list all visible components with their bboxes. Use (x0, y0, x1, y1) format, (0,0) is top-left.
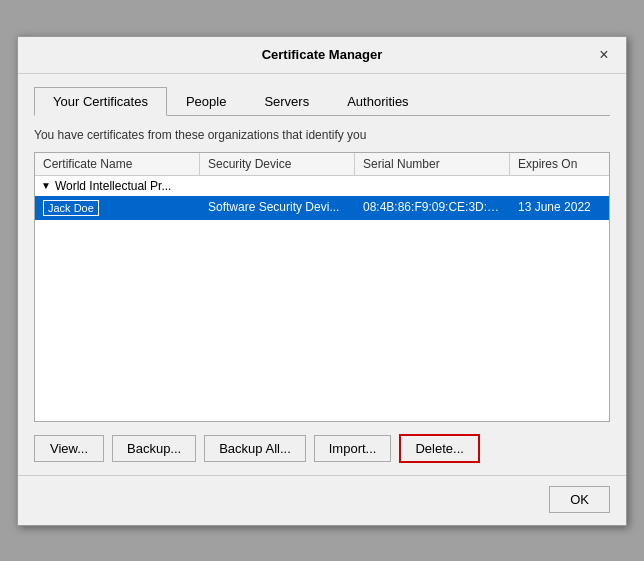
col-header-security-device: Security Device (200, 153, 355, 175)
col-header-cert-name: Certificate Name (35, 153, 200, 175)
group-name: World Intellectual Pr... (55, 179, 172, 193)
ok-row: OK (18, 475, 626, 525)
tab-your-certificates[interactable]: Your Certificates (34, 87, 167, 116)
ok-button[interactable]: OK (549, 486, 610, 513)
backup-all-button[interactable]: Backup All... (204, 435, 306, 462)
view-button[interactable]: View... (34, 435, 104, 462)
import-button[interactable]: Import... (314, 435, 392, 462)
tab-servers[interactable]: Servers (245, 87, 328, 116)
dialog-title: Certificate Manager (50, 47, 594, 62)
title-bar: Certificate Manager × (18, 37, 626, 74)
table-header: Certificate Name Security Device Serial … (35, 153, 609, 176)
delete-button[interactable]: Delete... (399, 434, 479, 463)
cert-name-badge: Jack Doe (43, 200, 99, 216)
cert-name-cell: Jack Doe (35, 196, 200, 220)
col-header-serial-number: Serial Number (355, 153, 510, 175)
tab-people[interactable]: People (167, 87, 245, 116)
tab-description: You have certificates from these organiz… (34, 128, 610, 142)
backup-button[interactable]: Backup... (112, 435, 196, 462)
certificates-table: Certificate Name Security Device Serial … (34, 152, 610, 422)
dialog-content: Your Certificates People Servers Authori… (18, 74, 626, 475)
tab-bar: Your Certificates People Servers Authori… (34, 86, 610, 116)
table-body: ▼ World Intellectual Pr... Jack Doe Soft… (35, 176, 609, 220)
close-button[interactable]: × (594, 45, 614, 65)
group-arrow: ▼ (41, 180, 51, 191)
col-header-expires-on: Expires On (510, 153, 610, 175)
expires-on-cell: 13 June 2022 (510, 196, 610, 220)
tab-authorities[interactable]: Authorities (328, 87, 427, 116)
serial-number-cell: 08:4B:86:F9:09:CE:3D:F... (355, 196, 510, 220)
security-device-cell: Software Security Devi... (200, 196, 355, 220)
group-row[interactable]: ▼ World Intellectual Pr... (35, 176, 609, 196)
action-buttons: View... Backup... Backup All... Import..… (34, 434, 610, 463)
table-row[interactable]: Jack Doe Software Security Devi... 08:4B… (35, 196, 609, 220)
certificate-manager-dialog: Certificate Manager × Your Certificates … (17, 36, 627, 526)
